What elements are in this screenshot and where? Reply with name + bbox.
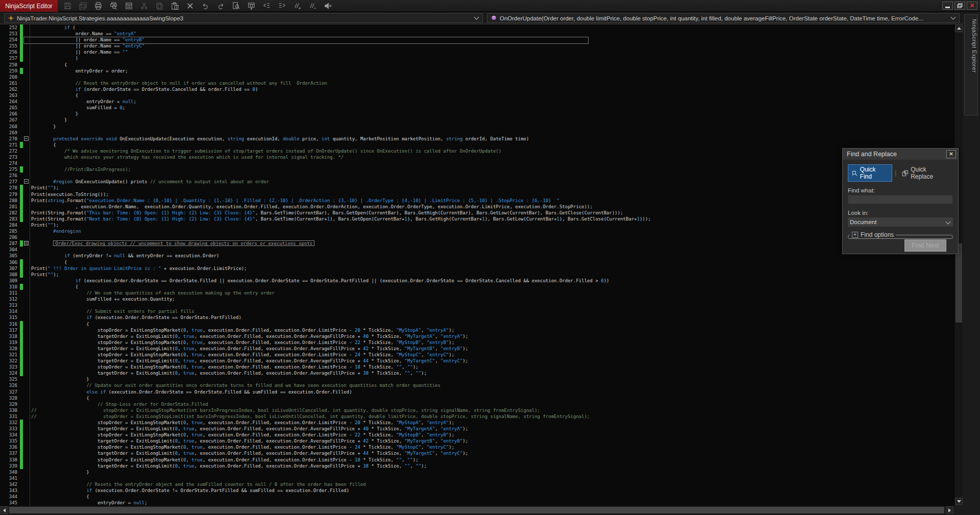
code-line-273[interactable]: 273 which ensures your strategy has rece… — [0, 154, 954, 160]
class-combo[interactable]: NinjaTrader.NinjaScript.Strategies.aaaaa… — [4, 13, 483, 23]
code-line-287[interactable]: 287Order/Exec drawing objects // uncomme… — [0, 240, 954, 247]
code-line-323[interactable]: 323 stopOrder = ExitLongStopMarket(0, tr… — [0, 364, 954, 370]
horizontal-scrollbar[interactable] — [0, 506, 954, 515]
code-line-282[interactable]: 282Print(String.Format("This bar: Time: … — [0, 210, 954, 216]
print-icon[interactable] — [94, 2, 103, 10]
save-all-icon[interactable] — [79, 2, 87, 10]
code-line-264[interactable]: 264 entryOrder = null; — [0, 99, 954, 105]
code-line-313[interactable]: 313 — [0, 302, 954, 308]
code-line-310[interactable]: 310 { — [0, 284, 954, 290]
fold-marker[interactable]: − — [23, 179, 30, 185]
code-line-326[interactable]: 326 // Update our exit order quantities … — [0, 382, 954, 388]
collapsed-region-box[interactable]: Order/Exec drawing objects // uncomment … — [53, 240, 314, 246]
scroll-down-button[interactable] — [955, 498, 963, 505]
redo-icon[interactable] — [216, 2, 225, 10]
save-icon[interactable] — [63, 2, 72, 10]
code-line-284[interactable]: 284Print(""); — [0, 222, 954, 228]
outdent-icon[interactable] — [262, 2, 271, 10]
code-line-322[interactable]: 322 targetOrder = ExitLongLimit(0, true,… — [0, 358, 954, 364]
code-line-314[interactable]: 314 // Submit exit orders for partial fi… — [0, 308, 954, 314]
code-line-321[interactable]: 321 stopOrder = ExitLongStopMarket(0, tr… — [0, 352, 954, 358]
code-line-272[interactable]: 272 /* We advise monitoring OnExecution … — [0, 148, 954, 154]
code-line-270[interactable]: 270− protected override void OnExecution… — [0, 136, 954, 142]
code-line-315[interactable]: 315 if (execution.Order.OrderState == Or… — [0, 314, 954, 321]
code-line-268[interactable]: 268 } — [0, 124, 954, 130]
uncomment-icon[interactable] — [308, 2, 317, 10]
find-next-button[interactable]: Find Next — [904, 239, 946, 252]
code-line-260[interactable]: 260 — [0, 74, 954, 80]
code-line-277[interactable]: 277− #region OnExecutionUpdate() prints … — [0, 179, 954, 185]
comment-icon[interactable] — [293, 2, 302, 10]
look-in-select[interactable]: Document — [848, 217, 953, 227]
code-line-307[interactable]: 307Print(" !!! Order in question LimitPr… — [0, 265, 954, 272]
code-line-257[interactable]: 257 ) — [0, 55, 954, 61]
code-line-276[interactable]: 276 — [0, 173, 954, 179]
code-line-255[interactable]: 255 || order.Name == "entryC" — [0, 43, 954, 49]
code-line-312[interactable]: 312 sumFilled += execution.Quantity; — [0, 296, 954, 302]
scroll-left-button[interactable] — [1, 506, 8, 514]
copy-icon[interactable] — [155, 2, 164, 10]
code-line-311[interactable]: 311 // We sum the quantities of each exe… — [0, 290, 954, 296]
code-line-320[interactable]: 320 targetOrder = ExitLongLimit(0, true,… — [0, 346, 954, 352]
code-line-285[interactable]: 285 #endregion — [0, 228, 954, 234]
code-line-256[interactable]: 256 || order.Name == "" — [0, 49, 954, 55]
code-line-342[interactable]: 342 // Resets the entryOrder object and … — [0, 481, 954, 487]
indent-icon[interactable] — [278, 2, 286, 10]
code-line-269[interactable]: 269 — [0, 130, 954, 136]
code-line-337[interactable]: 337 targetOrder = ExitLongLimit(0, true,… — [0, 450, 954, 456]
vertical-scrollbar-thumb[interactable] — [955, 243, 962, 323]
code-line-258[interactable]: 258 { — [0, 62, 954, 68]
paste-icon[interactable] — [170, 2, 179, 10]
code-line-254[interactable]: 254 || order.Name == "entryB" — [0, 37, 954, 43]
properties-window-icon[interactable] — [125, 2, 133, 10]
code-line-253[interactable]: 253 order.Name == "entryA" — [0, 31, 954, 37]
code-line-263[interactable]: 263 { — [0, 92, 954, 99]
code-line-283[interactable]: 283Print(String.Format("Next bar: Time: … — [0, 216, 954, 222]
scroll-right-button[interactable] — [946, 506, 953, 514]
code-line-267[interactable]: 267 } — [0, 117, 954, 123]
find-dialog-close-button[interactable]: ✕ — [946, 150, 956, 158]
find-icon[interactable] — [232, 2, 240, 10]
code-line-330[interactable]: 330// stopOrder = ExitLongStopMarket(int… — [0, 407, 954, 413]
code-line-333[interactable]: 333 targetOrder = ExitLongLimit(0, true,… — [0, 426, 954, 432]
close-button[interactable]: ✕ — [967, 2, 977, 10]
horizontal-scrollbar-thumb[interactable] — [9, 507, 944, 513]
app-tab[interactable]: NinjaScript Editor — [0, 0, 58, 12]
code-line-252[interactable]: 252 if ( — [0, 24, 954, 31]
code-line-329[interactable]: 329 // Stop-Loss order for OrderState.Fi… — [0, 401, 954, 407]
code-line-335[interactable]: 335 targetOrder = ExitLongLimit(0, true,… — [0, 438, 954, 444]
code-line-286[interactable]: 286 — [0, 234, 954, 240]
find-dialog-titlebar[interactable]: Find and Replace — [843, 149, 958, 160]
tab-quick-replace[interactable]: Quick Replace — [899, 165, 953, 181]
delete-icon[interactable] — [186, 2, 194, 10]
code-line-319[interactable]: 319 stopOrder = ExitLongStopMarket(0, tr… — [0, 339, 954, 346]
code-line-332[interactable]: 332 stopOrder = ExitLongStopMarket(0, tr… — [0, 420, 954, 426]
code-line-308[interactable]: 308Print(""); — [0, 272, 954, 278]
fold-marker[interactable]: − — [23, 136, 30, 142]
code-line-338[interactable]: 338 stopOrder = ExitLongStopMarket(0, tr… — [0, 457, 954, 463]
code-line-278[interactable]: 278Print(""); — [0, 185, 954, 191]
undo-icon[interactable] — [201, 2, 210, 10]
code-line-275[interactable]: 275 //Print(BarsInProgress); — [0, 166, 954, 173]
compile-icon[interactable] — [247, 2, 256, 10]
code-line-306[interactable]: 306 { — [0, 259, 954, 265]
minimize-button[interactable] — [942, 2, 953, 10]
code-line-328[interactable]: 328 { — [0, 395, 954, 401]
code-line-325[interactable]: 325 } — [0, 376, 954, 382]
code-line-331[interactable]: 331// stopOrder = ExitLongStopLimit(int … — [0, 413, 954, 420]
code-line-266[interactable]: 266 } — [0, 111, 954, 117]
code-line-305[interactable]: 305 if (entryOrder != null && entryOrder… — [0, 253, 954, 259]
code-line-344[interactable]: 344 { — [0, 494, 954, 500]
restore-button[interactable] — [954, 2, 965, 10]
code-line-274[interactable]: 274 — [0, 160, 954, 166]
fold-marker[interactable] — [23, 240, 30, 247]
code-line-316[interactable]: 316 { — [0, 321, 954, 327]
code-line-318[interactable]: 318 targetOrder = ExitLongLimit(0, true,… — [0, 333, 954, 339]
code-line-324[interactable]: 324 targetOrder = ExitLongLimit(0, true,… — [0, 370, 954, 376]
code-line-261[interactable]: 261 // Reset the entryOrder object to nu… — [0, 80, 954, 86]
code-line-281[interactable]: 281 , execution.Order.Name, execution.Or… — [0, 204, 954, 210]
code-line-343[interactable]: 343 if (execution.Order.OrderState != Or… — [0, 487, 954, 494]
code-line-271[interactable]: 271 { — [0, 142, 954, 148]
vertical-scrollbar[interactable] — [954, 24, 963, 506]
ninjascript-explorer-tab[interactable]: NinjaScript Explorer — [964, 14, 978, 115]
